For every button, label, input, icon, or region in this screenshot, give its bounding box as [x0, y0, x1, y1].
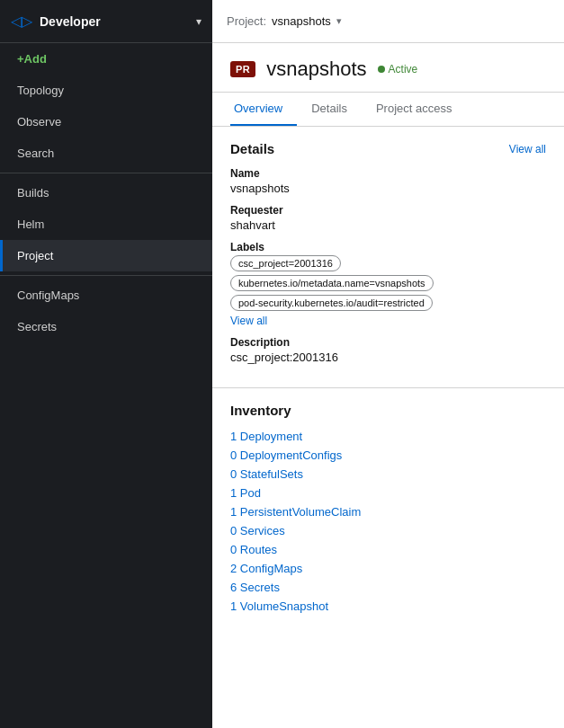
name-row: Name vsnapshots: [230, 167, 546, 195]
tab-project-access[interactable]: Project access: [372, 93, 467, 126]
tab-overview[interactable]: Overview: [230, 93, 297, 126]
view-all-labels-link[interactable]: View all: [230, 315, 546, 327]
labels-row: Labels csc_project=2001316kubernetes.io/…: [230, 241, 546, 327]
sidebar-item-project[interactable]: Project: [0, 240, 212, 271]
project-badge: PR: [230, 61, 255, 77]
project-name: vsnapshots: [266, 58, 366, 81]
project-dropdown-icon: ▾: [336, 15, 342, 27]
inventory-item-configmaps[interactable]: 2 ConfigMaps: [230, 559, 546, 578]
project-header: PR vsnapshots Active: [212, 43, 564, 93]
inventory-title: Inventory: [230, 403, 546, 418]
content-area: Details View all Name vsnapshots Request…: [212, 127, 564, 728]
tabs-bar: OverviewDetailsProject access: [212, 93, 564, 127]
top-bar: Project: vsnapshots ▾: [212, 0, 564, 43]
inventory-item-stateful-sets[interactable]: 0 StatefulSets: [230, 465, 546, 484]
sidebar-item-topology[interactable]: Topology: [0, 75, 212, 106]
sidebar-arrow-icon: ▾: [196, 15, 201, 28]
inventory-item-deployments[interactable]: 1 Deployment: [230, 427, 546, 446]
details-section: Details View all Name vsnapshots Request…: [212, 127, 564, 388]
sidebar: ◁▷ Developer ▾ +AddTopologyObserveSearch…: [0, 0, 212, 728]
sidebar-item-observe[interactable]: Observe: [0, 106, 212, 138]
sidebar-item-builds[interactable]: Builds: [0, 177, 212, 209]
label-tag: pod-security.kubernetes.io/audit=restric…: [230, 295, 433, 311]
inventory-list: 1 Deployment0 DeploymentConfigs0 Statefu…: [230, 427, 546, 616]
sidebar-header[interactable]: ◁▷ Developer ▾: [0, 0, 212, 43]
name-value: vsnapshots: [230, 182, 546, 195]
inventory-section: Inventory 1 Deployment0 DeploymentConfig…: [212, 388, 564, 630]
details-header: Details View all: [230, 141, 546, 156]
sidebar-item-helm[interactable]: Helm: [0, 209, 212, 240]
requester-label: Requester: [230, 204, 546, 217]
sidebar-title: Developer: [40, 14, 196, 29]
sidebar-divider: [0, 275, 212, 276]
sidebar-item-configmaps[interactable]: ConfigMaps: [0, 280, 212, 311]
sidebar-item-search[interactable]: Search: [0, 138, 212, 169]
sidebar-nav: +AddTopologyObserveSearchBuildsHelmProje…: [0, 43, 212, 342]
label-tag: csc_project=2001316: [230, 255, 341, 271]
inventory-item-deployment-configs[interactable]: 0 DeploymentConfigs: [230, 446, 546, 465]
label-tag: kubernetes.io/metadata.name=vsnapshots: [230, 275, 434, 291]
description-value: csc_project:2001316: [230, 351, 546, 364]
developer-icon: ◁▷: [11, 13, 32, 30]
sidebar-item-add[interactable]: +Add: [0, 43, 212, 75]
name-label: Name: [230, 167, 546, 180]
labels-label: Labels: [230, 241, 546, 253]
inventory-item-routes[interactable]: 0 Routes: [230, 540, 546, 559]
inventory-item-services[interactable]: 0 Services: [230, 521, 546, 540]
requester-row: Requester shahvart: [230, 204, 546, 232]
inventory-item-pods[interactable]: 1 Pod: [230, 484, 546, 502]
sidebar-item-secrets[interactable]: Secrets: [0, 311, 212, 342]
project-status-label: Active: [389, 63, 418, 75]
project-selector-value: vsnapshots: [272, 14, 331, 28]
project-selector[interactable]: Project: vsnapshots ▾: [227, 14, 342, 28]
inventory-item-secrets[interactable]: 6 Secrets: [230, 578, 546, 597]
main-content: Project: vsnapshots ▾ PR vsnapshots Acti…: [212, 0, 564, 728]
description-label: Description: [230, 336, 546, 349]
tab-details[interactable]: Details: [308, 93, 362, 126]
details-section-title: Details: [230, 141, 274, 156]
inventory-item-pvc[interactable]: 1 PersistentVolumeClaim: [230, 502, 546, 521]
status-dot-icon: [378, 66, 385, 73]
labels-container: csc_project=2001316kubernetes.io/metadat…: [230, 255, 546, 311]
project-selector-label: Project:: [227, 14, 266, 28]
requester-value: shahvart: [230, 218, 546, 232]
project-status: Active: [378, 63, 418, 75]
inventory-item-volume-snapshots[interactable]: 1 VolumeSnapshot: [230, 597, 546, 616]
view-all-link[interactable]: View all: [509, 143, 546, 155]
sidebar-divider: [0, 173, 212, 173]
description-row: Description csc_project:2001316: [230, 336, 546, 364]
